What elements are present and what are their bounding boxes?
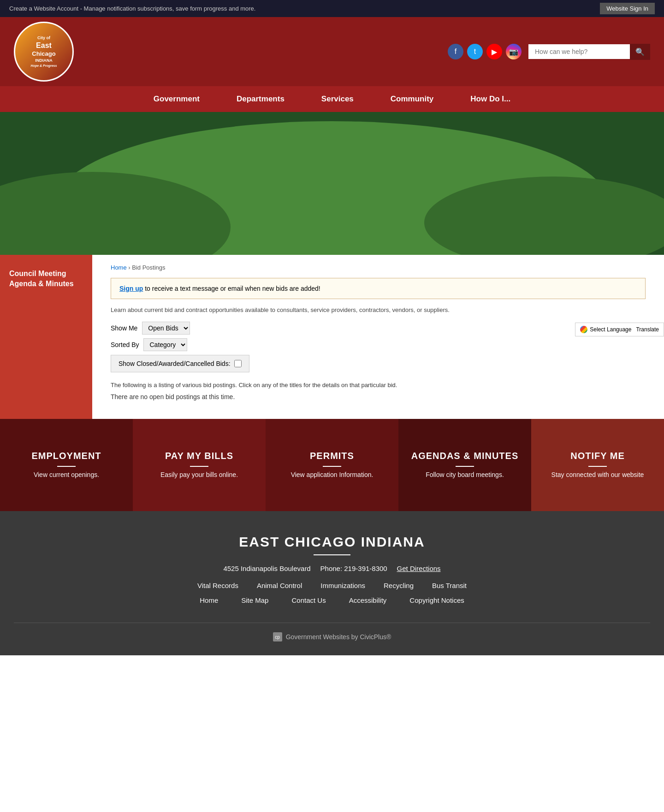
search-button[interactable]: 🔍: [630, 44, 650, 60]
quick-link-pay-bills[interactable]: PAY MY BILLS Easily pay your bills onlin…: [133, 419, 266, 511]
permits-title: PERMITS: [291, 451, 374, 461]
notify-text-suffix: to receive a text message or email when …: [143, 285, 320, 292]
quick-link-permits[interactable]: PERMITS View application Information.: [266, 419, 398, 511]
footer-address: 4525 Indianapolis Boulevard: [223, 565, 310, 572]
notify-desc: Stay connected with our website: [551, 471, 644, 480]
logo-indiana-line: INDIANA: [31, 58, 57, 64]
agendas-title: AGENDAS & MINUTES: [411, 451, 519, 461]
closed-bids-checkbox-row: Show Closed/Awarded/Cancelled Bids:: [111, 355, 249, 372]
nav-services[interactable]: Services: [303, 86, 372, 112]
sorted-by-select[interactable]: Category: [143, 338, 187, 351]
description-text: Learn about current bid and contract opp…: [111, 306, 646, 313]
closed-bids-checkbox[interactable]: [234, 360, 242, 367]
pay-bills-divider: [190, 466, 208, 467]
quick-link-notify[interactable]: NOTIFY ME Stay connected with our websit…: [531, 419, 664, 511]
quick-link-agendas[interactable]: AGENDAS & MINUTES Follow city board meet…: [398, 419, 531, 511]
civicplus-logo-icon: cp: [273, 632, 282, 641]
quick-links-section: EMPLOYMENT View current openings. PAY MY…: [0, 419, 664, 511]
pay-bills-desc: Easily pay your bills online.: [160, 471, 238, 480]
logo-city-line: City of: [31, 35, 57, 41]
social-icons: f t ▶ 📷: [448, 44, 522, 59]
translate-bar[interactable]: Select Language Translate: [575, 323, 664, 336]
footer-credit-text: Government Websites by CivicPlus®: [286, 633, 391, 641]
select-language-label: Select Language: [590, 326, 631, 333]
logo-chicago-line: Chicago: [31, 50, 57, 58]
logo-area[interactable]: City of East Chicago INDIANA Hope & Prog…: [14, 22, 74, 82]
footer-address-row: 4525 Indianapolis Boulevard Phone: 219-3…: [14, 565, 650, 572]
footer-vital-records[interactable]: Vital Records: [197, 582, 238, 589]
footer-divider: [314, 554, 350, 555]
footer-copyright-notices[interactable]: Copyright Notices: [409, 596, 464, 604]
no-bids-text: There are no open bid postings at this t…: [111, 393, 646, 400]
google-icon: [580, 326, 587, 333]
agendas-divider: [456, 466, 474, 467]
city-logo: City of East Chicago INDIANA Hope & Prog…: [14, 22, 74, 82]
footer-recycling[interactable]: Recycling: [384, 582, 414, 589]
logo-tagline: Hope & Progress: [31, 64, 57, 68]
footer: EAST CHICAGO INDIANA 4525 Indianapolis B…: [0, 511, 664, 655]
employment-divider: [57, 466, 76, 467]
breadcrumb-home[interactable]: Home: [111, 264, 127, 271]
agendas-desc: Follow city board meetings.: [411, 471, 519, 480]
footer-links-row1: Vital Records Animal Control Immunizatio…: [14, 582, 650, 589]
nav-community[interactable]: Community: [372, 86, 452, 112]
footer-phone: 219-391-8300: [344, 565, 387, 572]
footer-directions-link[interactable]: Get Directions: [397, 565, 441, 572]
notify-divider: [588, 466, 607, 467]
listing-note: The following is a listing of various bi…: [111, 382, 646, 388]
footer-credit: cp Government Websites by CivicPlus®: [14, 623, 650, 641]
footer-city-title: EAST CHICAGO INDIANA: [14, 534, 650, 550]
sidebar-title: Council Meeting Agenda & Minutes: [9, 269, 83, 289]
sidebar: Council Meeting Agenda & Minutes: [0, 255, 92, 419]
instagram-icon[interactable]: 📷: [506, 44, 522, 59]
hero-image: [0, 112, 664, 255]
sorted-by-filter: Sorted By Category: [111, 338, 646, 351]
logo-east-line: East: [31, 41, 57, 51]
youtube-icon[interactable]: ▶: [486, 44, 502, 59]
search-bar: 🔍: [528, 44, 650, 60]
notify-box: Sign up to receive a text message or ema…: [111, 278, 646, 299]
main-nav: Government Departments Services Communit…: [0, 86, 664, 112]
nav-departments[interactable]: Departments: [218, 86, 303, 112]
show-me-label: Show Me: [111, 324, 137, 332]
footer-contact-us[interactable]: Contact Us: [291, 596, 326, 604]
nav-government[interactable]: Government: [135, 86, 218, 112]
nav-how-do-i[interactable]: How Do I...: [452, 86, 529, 112]
footer-animal-control[interactable]: Animal Control: [257, 582, 302, 589]
permits-divider: [323, 466, 341, 467]
search-input[interactable]: [528, 44, 630, 59]
notify-title: NOTIFY ME: [551, 451, 644, 461]
footer-phone-label: Phone:: [320, 565, 343, 572]
header: City of East Chicago INDIANA Hope & Prog…: [0, 17, 664, 86]
footer-bus-transit[interactable]: Bus Transit: [432, 582, 467, 589]
breadcrumb-current: Bid Postings: [132, 264, 165, 271]
footer-links-row2: Home Site Map Contact Us Accessibility C…: [14, 596, 650, 604]
facebook-icon[interactable]: f: [448, 44, 463, 59]
footer-site-map[interactable]: Site Map: [241, 596, 268, 604]
permits-desc: View application Information.: [291, 471, 374, 480]
breadcrumb: Home › Bid Postings: [111, 264, 646, 271]
sorted-by-label: Sorted By: [111, 341, 139, 348]
notify-signup-link[interactable]: Sign up: [119, 285, 143, 292]
social-search-area: f t ▶ 📷 🔍: [448, 44, 650, 60]
top-bar: Create a Website Account - Manage notifi…: [0, 0, 664, 17]
footer-accessibility[interactable]: Accessibility: [349, 596, 387, 604]
footer-immunizations[interactable]: Immunizations: [320, 582, 365, 589]
show-me-filter: Show Me Open Bids: [111, 322, 646, 335]
main-content: Home › Bid Postings Sign up to receive a…: [92, 255, 664, 419]
translate-label: Translate: [636, 326, 659, 333]
show-me-select[interactable]: Open Bids: [142, 322, 190, 335]
footer-home[interactable]: Home: [200, 596, 218, 604]
twitter-icon[interactable]: t: [467, 44, 483, 59]
create-account-text: Create a Website Account - Manage notifi…: [9, 5, 255, 12]
content-wrapper: Council Meeting Agenda & Minutes Home › …: [0, 255, 664, 419]
checkbox-label: Show Closed/Awarded/Cancelled Bids:: [119, 360, 231, 367]
employment-title: EMPLOYMENT: [31, 451, 101, 461]
employment-desc: View current openings.: [31, 471, 101, 480]
quick-link-employment[interactable]: EMPLOYMENT View current openings.: [0, 419, 133, 511]
sign-in-button[interactable]: Website Sign In: [600, 3, 655, 14]
pay-bills-title: PAY MY BILLS: [160, 451, 238, 461]
